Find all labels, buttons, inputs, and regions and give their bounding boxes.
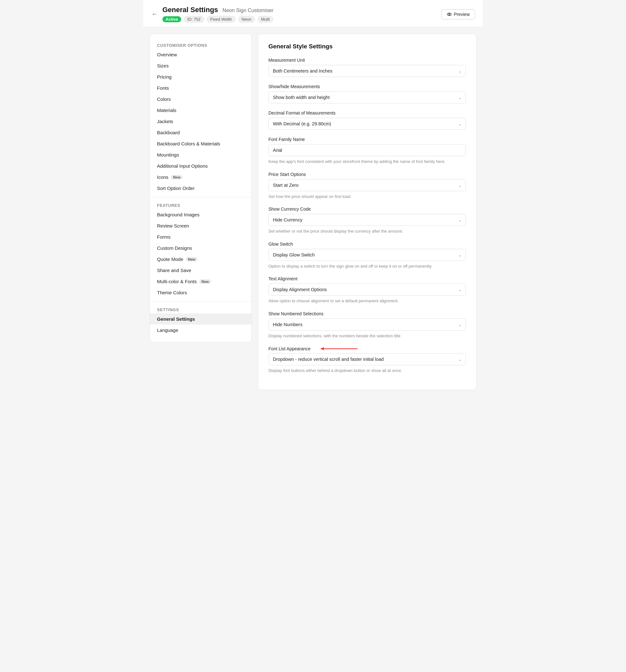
- label-currency-code: Show Currency Code: [269, 207, 466, 212]
- sidebar-item-materials[interactable]: Materials: [150, 105, 251, 116]
- select-font-list-appearance[interactable]: Dropdown - reduce vertical scroll and fa…: [269, 353, 466, 365]
- header-left: ← General Settings Neon Sign Customiser …: [151, 6, 274, 23]
- sidebar-item-mountings[interactable]: Mountings: [150, 149, 251, 160]
- multicolor-new-badge: New: [199, 279, 211, 284]
- select-wrapper-currency: Hide Currency Show Currency Code ⌄: [269, 214, 466, 226]
- sidebar-section-settings: Settings: [150, 305, 251, 313]
- label-font-family: Font Family Name: [269, 137, 466, 142]
- field-glow-switch: Glow Switch Display Glow Switch Always O…: [269, 241, 466, 269]
- sidebar-item-share-save[interactable]: Share and Save: [150, 265, 251, 276]
- label-measurement-unit: Measurement Unit: [269, 57, 466, 63]
- select-wrapper-measurement-unit: Both Centimeters and Inches Centimeters …: [269, 65, 466, 77]
- badge-neon: Neon: [238, 16, 255, 23]
- back-arrow-icon: ←: [152, 11, 157, 17]
- select-wrapper-glow: Display Glow Switch Always On Always Off…: [269, 249, 466, 261]
- sidebar-item-forms[interactable]: Forms: [150, 231, 251, 242]
- badge-id: ID: 752: [184, 16, 204, 23]
- main-layout: Customiser Options Overview Sizes Pricin…: [143, 27, 483, 397]
- field-decimal-format: Decimal Format of Measurements With Deci…: [269, 111, 466, 130]
- red-left-arrow-icon: [316, 346, 357, 352]
- hint-text-alignment: Allow option to choose alignment or set …: [269, 298, 466, 304]
- sidebar-item-quote-mode[interactable]: Quote Mode New: [150, 254, 251, 265]
- select-measurement-unit[interactable]: Both Centimeters and Inches Centimeters …: [269, 65, 466, 77]
- sidebar-divider-2: [150, 301, 251, 302]
- quote-mode-new-badge: New: [186, 257, 198, 262]
- sidebar-item-fonts[interactable]: Fonts: [150, 82, 251, 94]
- select-wrapper-numbered: Hide Numbers Show Numbers ⌄: [269, 318, 466, 331]
- field-currency-code: Show Currency Code Hide Currency Show Cu…: [269, 207, 466, 235]
- sidebar-item-additional-input[interactable]: Additional Input Options: [150, 160, 251, 171]
- input-font-family[interactable]: [269, 144, 466, 156]
- svg-point-1: [449, 14, 450, 15]
- field-numbered-selections: Show Numbered Selections Hide Numbers Sh…: [269, 311, 466, 339]
- sidebar-item-pricing[interactable]: Pricing: [150, 71, 251, 82]
- select-wrapper-decimal: With Decimal (e.g. 29.80cm) Without Deci…: [269, 118, 466, 130]
- svg-point-0: [447, 13, 451, 16]
- sidebar-item-colors[interactable]: Colors: [150, 94, 251, 105]
- label-text-alignment: Text Alignment: [269, 276, 466, 281]
- sidebar-item-sizes[interactable]: Sizes: [150, 60, 251, 71]
- page-wrapper: ← General Settings Neon Sign Customiser …: [143, 0, 483, 672]
- field-font-list-appearance: Font List Appearance Dropdown - reduce v…: [269, 346, 466, 374]
- page-title: General Settings: [162, 6, 218, 14]
- select-wrapper-font-list: Dropdown - reduce vertical scroll and fa…: [269, 353, 466, 365]
- sidebar-item-language[interactable]: Language: [150, 325, 251, 336]
- sidebar-item-review-screen[interactable]: Review Screen: [150, 220, 251, 231]
- sidebar-item-general-settings[interactable]: General Settings: [150, 313, 251, 325]
- sidebar-item-multicolor-fonts[interactable]: Multi-color & Fonts New: [150, 276, 251, 287]
- select-decimal-format[interactable]: With Decimal (e.g. 29.80cm) Without Deci…: [269, 118, 466, 130]
- sidebar: Customiser Options Overview Sizes Pricin…: [150, 34, 252, 342]
- hint-font-family: Keep the app's font consistent with your…: [269, 159, 466, 165]
- field-text-alignment: Text Alignment Display Alignment Options…: [269, 276, 466, 304]
- hint-font-list-appearance: Display font buttons either behind a dro…: [269, 367, 466, 374]
- label-price-start: Price Start Options: [269, 172, 466, 177]
- content-title: General Style Settings: [269, 43, 466, 50]
- preview-button[interactable]: Preview: [441, 9, 475, 19]
- badge-multi: Multi: [258, 16, 273, 23]
- sidebar-item-backboard-colors[interactable]: Backboard Colors & Materials: [150, 138, 251, 149]
- badge-fixed-width: Fixed Width: [207, 16, 236, 23]
- select-show-hide-measurements[interactable]: Show both width and height Show width on…: [269, 91, 466, 103]
- svg-marker-3: [321, 347, 324, 350]
- label-glow-switch: Glow Switch: [269, 241, 466, 246]
- select-price-start[interactable]: Start at Zero Start at Base Price: [269, 179, 466, 191]
- select-glow-switch[interactable]: Display Glow Switch Always On Always Off: [269, 249, 466, 261]
- field-show-hide-measurements: Show/hide Measurements Show both width a…: [269, 84, 466, 103]
- header-badges: Active ID: 752 Fixed Width Neon Multi: [162, 16, 274, 23]
- sidebar-item-jackets[interactable]: Jackets: [150, 116, 251, 127]
- label-numbered-selections: Show Numbered Selections: [269, 311, 466, 316]
- sidebar-item-theme-colors[interactable]: Theme Colors: [150, 287, 251, 298]
- badge-active: Active: [162, 16, 181, 22]
- label-decimal-format: Decimal Format of Measurements: [269, 111, 466, 116]
- select-currency-code[interactable]: Hide Currency Show Currency Code: [269, 214, 466, 226]
- hint-glow-switch: Option to display a switch to turn the s…: [269, 263, 466, 269]
- sidebar-item-background-images[interactable]: Background Images: [150, 209, 251, 220]
- sidebar-item-overview[interactable]: Overview: [150, 49, 251, 60]
- icons-new-badge: New: [171, 175, 183, 179]
- header-title-section: General Settings Neon Sign Customiser Ac…: [162, 6, 274, 23]
- select-wrapper-price-start: Start at Zero Start at Base Price ⌄: [269, 179, 466, 191]
- hint-price-start: Set how the price should appear on first…: [269, 193, 466, 200]
- sidebar-item-icons[interactable]: Icons New: [150, 171, 251, 183]
- preview-label: Preview: [454, 12, 470, 17]
- back-button[interactable]: ←: [151, 10, 159, 18]
- sidebar-section-customiser: Customiser Options: [150, 41, 251, 49]
- sidebar-item-sort-option[interactable]: Sort Option Order: [150, 183, 251, 194]
- hint-numbered-selections: Display numbered selections, with the nu…: [269, 333, 466, 339]
- field-font-family: Font Family Name Keep the app's font con…: [269, 137, 466, 165]
- field-price-start: Price Start Options Start at Zero Start …: [269, 172, 466, 200]
- select-numbered-selections[interactable]: Hide Numbers Show Numbers: [269, 318, 466, 331]
- red-arrow-annotation: [316, 346, 357, 352]
- select-text-alignment[interactable]: Display Alignment Options Force Left For…: [269, 284, 466, 295]
- eye-icon: [447, 12, 452, 17]
- sidebar-section-features: Features: [150, 200, 251, 209]
- sidebar-item-custom-designs[interactable]: Custom Designs: [150, 242, 251, 254]
- sidebar-item-backboard[interactable]: Backboard: [150, 127, 251, 138]
- sidebar-divider-1: [150, 197, 251, 197]
- hint-currency-code: Set whether or not the price should disp…: [269, 228, 466, 235]
- font-list-label-row: Font List Appearance: [269, 346, 466, 352]
- page-subtitle: Neon Sign Customiser: [223, 8, 274, 14]
- label-show-hide-measurements: Show/hide Measurements: [269, 84, 466, 89]
- field-measurement-unit: Measurement Unit Both Centimeters and In…: [269, 57, 466, 77]
- content-panel: General Style Settings Measurement Unit …: [258, 34, 476, 390]
